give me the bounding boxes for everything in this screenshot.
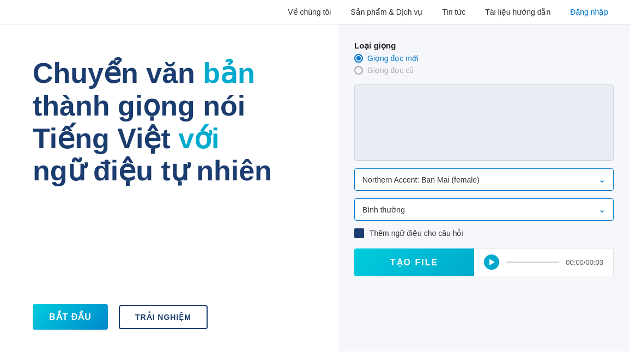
voice-type-label: Loại giọng — [354, 41, 614, 51]
nav-about[interactable]: Về chúng tôi — [288, 8, 331, 16]
text-input-area[interactable] — [354, 84, 614, 161]
checkbox-row[interactable]: Thêm ngữ điệu cho câu hỏi — [354, 228, 614, 238]
radio-group: Giọng đọc mới Giọng đọc cũ — [354, 54, 614, 75]
player-bar: 00:00/00:03 — [474, 248, 614, 276]
voice-type-section: Loại giọng Giọng đọc mới Giọng đọc cũ — [354, 41, 614, 77]
hero-line2: thành giọng nói — [33, 90, 245, 122]
hero-line1-dark: Chuyển văn — [33, 57, 203, 89]
right-panel: Loại giọng Giọng đọc mới Giọng đọc cũ No… — [338, 25, 630, 351]
nav-news[interactable]: Tin tức — [443, 8, 466, 16]
speed-chevron-icon: ⌄ — [598, 204, 605, 215]
start-button[interactable]: BẮT ĐẦU — [33, 304, 108, 330]
speed-dropdown-value: Bình thường — [362, 205, 405, 214]
navbar: Về chúng tôi Sản phẩm & Dịch vụ Tin tức … — [0, 0, 630, 25]
nav-login[interactable]: Đăng nhập — [570, 8, 608, 16]
tao-file-button[interactable]: TẠO FILE — [354, 248, 474, 276]
hero-title: Chuyển văn bản thành giọng nói Tiếng Việ… — [33, 57, 311, 187]
trial-button[interactable]: TRẢI NGHIỆM — [119, 305, 208, 329]
voice-dropdown[interactable]: Northern Accent: Ban Mai (female) ⌄ — [354, 168, 614, 191]
hero-line3-cyan: với — [178, 123, 219, 154]
play-button[interactable] — [484, 254, 499, 270]
hero-line4: ngữ điệu tự nhiên — [33, 155, 272, 186]
radio-new-label: Giọng đọc mới — [367, 54, 419, 63]
main-content: Chuyển văn bản thành giọng nói Tiếng Việ… — [0, 25, 630, 351]
progress-bar[interactable] — [506, 262, 559, 263]
radio-old-label: Giọng đọc cũ — [367, 66, 414, 75]
radio-new-circle — [354, 54, 363, 63]
checkbox-label: Thêm ngữ điệu cho câu hỏi — [369, 229, 464, 238]
speed-dropdown[interactable]: Bình thường ⌄ — [354, 198, 614, 221]
voice-dropdown-value: Northern Accent: Ban Mai (female) — [362, 175, 480, 184]
nav-products[interactable]: Sản phẩm & Dịch vụ — [350, 8, 422, 16]
hero-line3-dark: Tiếng Việt — [33, 123, 178, 154]
hero-line1-cyan: bản — [203, 57, 255, 89]
radio-old-circle — [354, 66, 363, 75]
action-bar: TẠO FILE 00:00/00:03 — [354, 248, 614, 276]
voice-chevron-icon: ⌄ — [598, 174, 605, 185]
left-panel: Chuyển văn bản thành giọng nói Tiếng Việ… — [0, 25, 338, 351]
btn-group: BẮT ĐẦU TRẢI NGHIỆM — [33, 304, 311, 330]
nav-docs[interactable]: Tài liệu hướng dẫn — [485, 8, 550, 16]
checkbox-square-icon — [354, 228, 364, 238]
radio-old-voice[interactable]: Giọng đọc cũ — [354, 66, 614, 75]
play-icon — [489, 259, 495, 265]
radio-new-voice[interactable]: Giọng đọc mới — [354, 54, 614, 63]
timer-display: 00:00/00:03 — [566, 258, 603, 266]
